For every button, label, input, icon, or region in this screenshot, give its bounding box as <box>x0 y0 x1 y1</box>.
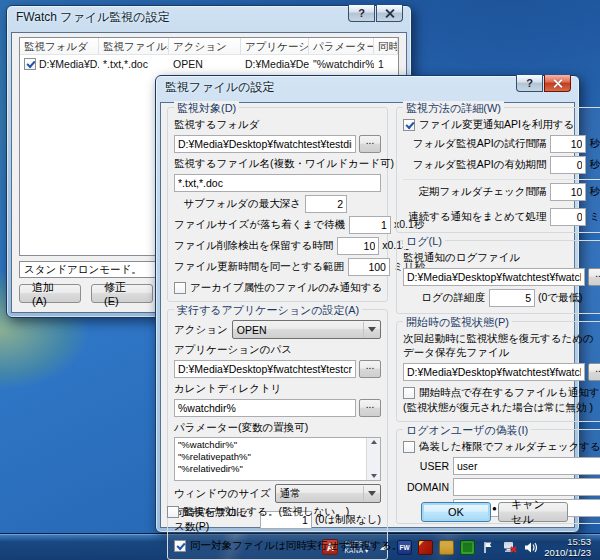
settings-dialog: 監視ファイルの設定 ? 監視対象(D) 監視するフォルダ ... <box>155 75 580 533</box>
main-window-title: FWatch ファイル監視の設定 <box>16 9 170 26</box>
param-label: パラメーター(変数の置換可) <box>174 421 381 435</box>
api-valid-label: フォルダ監視APIの有効期間 <box>403 158 550 172</box>
dialog-title: 監視ファイルの設定 <box>165 79 274 96</box>
depth-label: サブフォルダの最大深さ <box>174 197 305 211</box>
app-path-label: アプリケーションのパス <box>174 343 381 357</box>
merge-notify-label: 連続する通知をまとめて処理 <box>403 210 550 224</box>
browse-app-button[interactable]: ... <box>359 360 381 378</box>
curdir-label: カレントディレクトリ <box>174 382 381 396</box>
user-label: USER <box>403 460 453 472</box>
disable-watch-label: 監視を無効にする。(監視しない。) <box>183 505 349 519</box>
group-legend: 実行するアプリケーションの設定(A) <box>174 303 362 318</box>
dialog-client: 監視対象(D) 監視するフォルダ ... 監視するファイル名(複数・ワイルドカー… <box>160 102 575 528</box>
green-app-tray-icon[interactable] <box>460 540 475 555</box>
settle-label: ファイルサイズが落ち着くまで待機 <box>174 218 349 232</box>
use-api-label: ファイル変更通知APIを利用する <box>419 118 574 132</box>
watch-method-group: 監視方法の詳細(W) ファイル変更通知APIを利用する フォルダ監視APIの試行… <box>396 107 600 233</box>
browse-curdir-button[interactable]: ... <box>359 399 381 417</box>
notify-existing-checkbox[interactable] <box>403 387 415 399</box>
depth-input[interactable] <box>305 195 347 213</box>
browse-log-button[interactable]: ... <box>588 268 600 286</box>
action-dropdown[interactable]: OPEN <box>232 320 381 339</box>
log-level-input[interactable] <box>489 289 535 307</box>
column-header[interactable]: アクション <box>169 38 241 54</box>
row-checkbox[interactable] <box>24 58 36 70</box>
scrollbar[interactable] <box>366 438 380 480</box>
close-button[interactable] <box>376 5 403 22</box>
ignore-same-file-label: 同一対象ファイルは同時実行せず無視する。 <box>190 539 402 553</box>
archive-only-checkbox[interactable] <box>174 282 186 294</box>
delete-hold-label: ファイル削除検出を保留する時間 <box>174 239 337 253</box>
merge-notify-unit: ミリ秒 <box>586 210 600 224</box>
mtime-range-input[interactable] <box>348 258 390 276</box>
group-legend: 監視方法の詳細(W) <box>403 101 504 116</box>
volume-icon[interactable] <box>523 540 538 555</box>
filename-label: 監視するファイル名(複数・ワイルドカード可) <box>174 157 381 171</box>
use-api-checkbox[interactable] <box>403 119 415 131</box>
folder-label: 監視するフォルダ <box>174 118 381 132</box>
mtime-range-label: ファイル更新時間を同一とする範囲 <box>174 260 348 274</box>
poll-interval-label: 定期フォルダチェック間隔 <box>403 185 550 199</box>
watch-target-group: 監視対象(D) 監視するフォルダ ... 監視するファイル名(複数・ワイルドカー… <box>167 107 388 302</box>
close-button[interactable] <box>544 75 571 92</box>
yellow-app-tray-icon[interactable] <box>439 540 454 555</box>
add-button[interactable]: 追加(A) <box>19 284 81 303</box>
poll-interval-unit: 秒 <box>586 185 600 199</box>
red-app-tray-icon[interactable] <box>418 540 433 555</box>
scroll-up-icon <box>371 440 377 444</box>
network-disconnected-icon[interactable] <box>502 540 517 555</box>
log-file-label: 監視通知のログファイル <box>403 251 600 265</box>
curdir-input[interactable] <box>174 399 356 417</box>
browse-state-button[interactable]: ... <box>588 363 600 381</box>
state-note: (監視状態が復元された場合は常に無効 ) <box>403 401 600 415</box>
browse-folder-button[interactable]: ... <box>359 135 381 153</box>
close-icon <box>553 79 562 88</box>
column-header[interactable]: 監視フォルダ <box>20 38 99 54</box>
delete-hold-input[interactable] <box>337 237 379 255</box>
column-header[interactable]: アプリケーション <box>241 38 309 54</box>
ok-button[interactable]: OK <box>421 502 491 522</box>
poll-interval-input[interactable] <box>550 183 586 201</box>
chevron-down-icon <box>368 327 376 332</box>
group-legend: ログオンユーザの偽装(I) <box>403 423 531 438</box>
disable-watch-checkbox[interactable] <box>167 506 179 518</box>
watch-list-header: 監視フォルダ 監視ファイル名 アクション アプリケーション パラメーター 同時実… <box>20 38 398 55</box>
log-group: ログ(L) 監視通知のログファイル ... ログの詳細度 (0で最低) <box>396 240 600 314</box>
api-retry-unit: 秒 <box>586 137 600 151</box>
taskbar-clock[interactable]: 15:53 2010/11/23 <box>544 536 595 558</box>
merge-notify-input[interactable] <box>550 208 586 226</box>
action-center-flag-icon[interactable] <box>481 540 496 555</box>
param-textarea[interactable]: "%watchdir%" "%relativepath%" "%relative… <box>174 437 381 481</box>
cancel-button[interactable]: キャンセル <box>498 502 568 522</box>
impersonate-checkbox[interactable] <box>403 441 415 453</box>
api-retry-input[interactable] <box>550 135 586 153</box>
user-input[interactable] <box>453 457 600 475</box>
log-level-note: (0で最低) <box>535 291 583 305</box>
watch-folder-input[interactable] <box>174 135 356 153</box>
column-header[interactable]: 同時実行 <box>374 38 398 54</box>
help-button[interactable]: ? <box>348 5 375 22</box>
watch-filename-input[interactable] <box>174 174 381 192</box>
divider <box>403 179 600 180</box>
edit-button[interactable]: 修正(E) <box>91 284 153 303</box>
help-button[interactable]: ? <box>516 75 543 92</box>
api-valid-input[interactable] <box>550 156 586 174</box>
startup-state-group: 開始時の監視状態(P) 次回起動時に監視状態を復元するための データ保存先ファイ… <box>396 321 600 422</box>
column-header[interactable]: 監視ファイル名 <box>99 38 169 54</box>
state-desc: データ保存先ファイル <box>403 346 600 360</box>
winsize-label: ウィンドウのサイズ <box>174 487 275 501</box>
table-row[interactable]: D:¥Media¥D... *.txt,*.doc OPEN D:¥Media¥… <box>20 55 398 72</box>
winsize-dropdown[interactable]: 通常 <box>275 484 381 503</box>
main-window-titlebar[interactable]: FWatch ファイル監視の設定 ? <box>7 6 411 28</box>
archive-only-label: アーカイブ属性のファイルのみ通知する <box>190 281 382 295</box>
log-file-input[interactable] <box>403 268 585 286</box>
app-path-input[interactable] <box>174 360 356 378</box>
ignore-same-file-checkbox[interactable] <box>174 540 186 552</box>
dialog-titlebar[interactable]: 監視ファイルの設定 ? <box>156 76 579 98</box>
scroll-down-icon <box>371 474 377 478</box>
column-header[interactable]: パラメーター <box>309 38 374 54</box>
settle-input[interactable] <box>349 216 391 234</box>
domain-input[interactable] <box>453 478 600 496</box>
state-file-input[interactable] <box>403 363 585 381</box>
api-valid-unit: 秒 <box>586 158 600 172</box>
